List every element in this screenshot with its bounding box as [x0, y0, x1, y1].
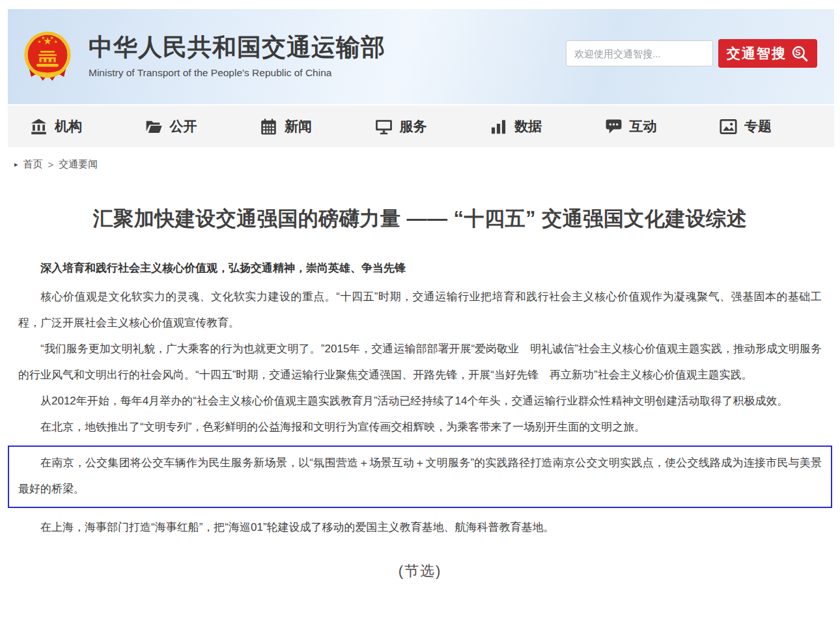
- breadcrumb-home[interactable]: 首页: [23, 158, 43, 171]
- nav-label: 专题: [744, 117, 772, 135]
- nav-label: 互动: [630, 117, 657, 135]
- nav-item-interaction[interactable]: 互动: [605, 117, 657, 135]
- svg-text:S: S: [795, 47, 802, 57]
- breadcrumb-arrow-icon: ▸: [14, 160, 18, 169]
- article-title: 汇聚加快建设交通强国的磅礴力量 —— “十四五” 交通强国文化建设综述: [18, 205, 822, 233]
- folder-icon: [145, 118, 163, 135]
- nav-item-topics[interactable]: 专题: [720, 117, 772, 135]
- article-paragraph: 核心价值观是文化软实力的灵魂、文化软实力建设的重点。“十四五”时期，交通运输行业…: [18, 284, 822, 336]
- article-body: 汇聚加快建设交通强国的磅礴力量 —— “十四五” 交通强国文化建设综述 深入培育…: [0, 205, 840, 581]
- smart-search-button[interactable]: 交通智搜 S: [718, 39, 817, 68]
- bank-icon: [30, 118, 48, 135]
- site-title: 中华人民共和国交通运输部: [89, 35, 385, 61]
- s-magnifier-icon: S: [791, 45, 809, 63]
- bar-chart-icon: [490, 118, 507, 135]
- site-subtitle: Ministry of Transport of the People's Re…: [89, 67, 385, 79]
- speech-bubble-icon: [605, 118, 623, 135]
- search-input[interactable]: [566, 40, 713, 66]
- brand-text: 中华人民共和国交通运输部 Ministry of Transport of th…: [89, 35, 385, 79]
- breadcrumb-section[interactable]: 交通要闻: [59, 158, 98, 171]
- nav-item-data[interactable]: 数据: [490, 117, 542, 135]
- nav-item-orgs[interactable]: 机构: [30, 117, 82, 135]
- smart-search-button-label: 交通智搜: [727, 44, 787, 63]
- national-emblem-icon: [23, 31, 72, 83]
- nav-label: 新闻: [285, 117, 312, 135]
- nav-label: 公开: [170, 117, 197, 135]
- nav-label: 数据: [514, 117, 542, 135]
- article-paragraph: 在上海，海事部门打造“海事红船”，把“海巡01”轮建设成了移动的爱国主义教育基地…: [18, 515, 822, 541]
- nav-item-disclosure[interactable]: 公开: [145, 117, 197, 135]
- nav-label: 机构: [55, 117, 82, 135]
- nav-item-news[interactable]: 新闻: [260, 117, 312, 135]
- picture-icon: [720, 118, 737, 135]
- breadcrumb-separator: >: [48, 159, 54, 170]
- article-paragraph: 在北京，地铁推出了“文明专列”，色彩鲜明的公益海报和文明行为宣传画交相辉映，为乘…: [18, 414, 822, 440]
- monitor-icon: [375, 118, 393, 135]
- calendar-icon: [260, 118, 277, 135]
- site-header: 中华人民共和国交通运输部 Ministry of Transport of th…: [8, 9, 834, 104]
- excerpt-note: (节选): [18, 561, 822, 581]
- highlighted-paragraph-box: 在南京，公交集团将公交车辆作为民生服务新场景，以“氛围营造＋场景互动＋文明服务”…: [8, 446, 832, 508]
- nav-item-services[interactable]: 服务: [375, 117, 427, 135]
- article-lead: 深入培育和践行社会主义核心价值观，弘扬交通精神，崇尚英雄、争当先锋: [18, 261, 822, 276]
- site-brand[interactable]: 中华人民共和国交通运输部 Ministry of Transport of th…: [8, 31, 385, 83]
- main-nav: 机构 公开 新闻 服务: [8, 106, 834, 147]
- search-area: 交通智搜 S: [566, 39, 817, 68]
- article-paragraph: 从2012年开始，每年4月举办的“社会主义核心价值观主题实践教育月”活动已经持续…: [18, 388, 822, 414]
- nav-label: 服务: [400, 117, 427, 135]
- highlighted-paragraph: 在南京，公交集团将公交车辆作为民生服务新场景，以“氛围营造＋场景互动＋文明服务”…: [18, 450, 822, 502]
- article-paragraph: “我们服务更加文明礼貌，广大乘客的行为也就更文明了。”2015年，交通运输部部署…: [18, 336, 822, 388]
- breadcrumb: ▸ 首页 > 交通要闻: [14, 158, 832, 171]
